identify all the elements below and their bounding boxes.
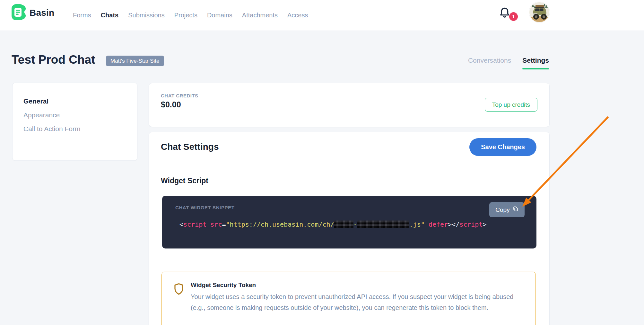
chat-settings-card: Chat Settings Save Changes Widget Script… <box>149 132 550 325</box>
chat-settings-header: Chat Settings Save Changes <box>149 132 549 162</box>
security-notice-title: Widget Security Token <box>191 282 525 289</box>
sidebar-item-general[interactable]: General <box>23 97 137 105</box>
nav-item-chats[interactable]: Chats <box>101 12 119 19</box>
nav-item-projects[interactable]: Projects <box>174 12 197 19</box>
nav-item-domains[interactable]: Domains <box>207 12 232 19</box>
chat-settings-title: Chat Settings <box>161 142 219 152</box>
widget-security-token-notice: Widget Security Token Your widget uses a… <box>161 272 536 325</box>
chat-credits-label: CHAT CREDITS <box>161 93 198 98</box>
page-tabs: Conversations Settings <box>468 57 549 68</box>
tab-conversations[interactable]: Conversations <box>468 57 511 68</box>
nav-item-submissions[interactable]: Submissions <box>128 12 164 19</box>
security-notice-text: Widget Security Token Your widget uses a… <box>191 282 525 325</box>
widget-script-code: <scriptsrc="https://ch.usebasin.com/ch/-… <box>179 221 487 228</box>
copy-snippet-button[interactable]: Copy <box>489 202 525 217</box>
nav-item-access[interactable]: Access <box>287 12 308 19</box>
top-up-credits-button[interactable]: Top up credits <box>485 98 537 112</box>
nav-item-forms[interactable]: Forms <box>73 12 91 19</box>
settings-sidebar: General Appearance Call to Action Form <box>12 83 137 161</box>
chat-credits-amount: $0.00 <box>161 100 181 109</box>
nav-item-attachments[interactable]: Attachments <box>242 12 278 19</box>
main-nav: Forms Chats Submissions Projects Domains… <box>73 0 308 31</box>
save-changes-button[interactable]: Save Changes <box>469 138 536 156</box>
widget-script-heading: Widget Script <box>161 176 208 185</box>
security-notice-body: Your widget uses a security token to pre… <box>191 291 525 313</box>
top-navbar: Basin Forms Chats Submissions Projects D… <box>0 0 644 31</box>
notification-count-badge: 1 <box>509 12 518 21</box>
copy-button-label: Copy <box>495 206 509 213</box>
brand-name: Basin <box>30 8 54 18</box>
redacted-token-1 <box>334 221 353 228</box>
basin-logo-icon <box>12 4 26 22</box>
site-badge: Matt's Five-Star Site <box>106 56 164 66</box>
notifications-button[interactable]: 1 <box>498 6 518 24</box>
shield-icon <box>174 282 191 325</box>
user-avatar[interactable] <box>529 2 550 23</box>
redacted-token-2 <box>357 221 409 228</box>
chat-widget-snippet-block: CHAT WIDGET SNIPPET Copy <scriptsrc="htt… <box>162 196 536 248</box>
brand-logo[interactable]: Basin <box>12 4 54 22</box>
sidebar-item-call-to-action-form[interactable]: Call to Action Form <box>23 125 137 133</box>
tab-settings[interactable]: Settings <box>522 57 549 68</box>
copy-icon <box>513 206 518 213</box>
snippet-label: CHAT WIDGET SNIPPET <box>175 205 234 210</box>
app-root: Basin Forms Chats Submissions Projects D… <box>0 0 644 325</box>
page-title: Test Prod Chat <box>12 53 95 67</box>
sidebar-item-appearance[interactable]: Appearance <box>23 111 137 119</box>
chat-credits-card: CHAT CREDITS $0.00 Top up credits <box>149 83 550 127</box>
